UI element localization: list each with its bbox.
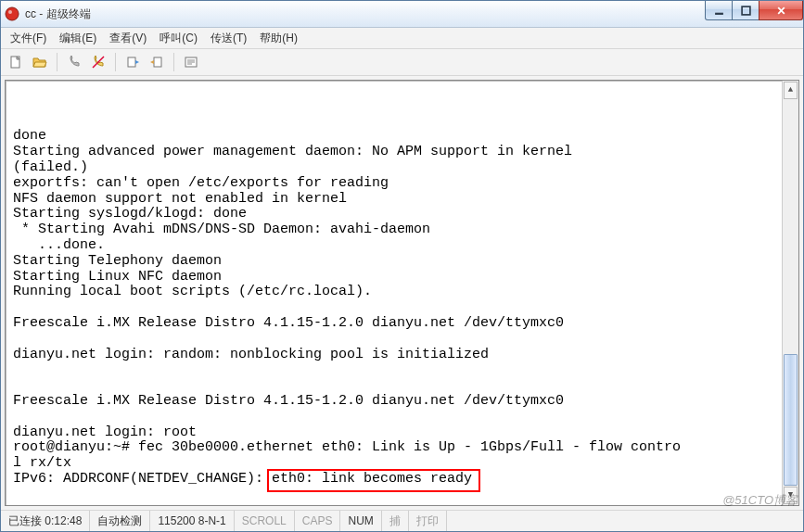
properties-icon[interactable]: [180, 51, 202, 73]
terminal-line: done: [13, 129, 795, 145]
svg-rect-2: [715, 12, 723, 14]
svg-marker-12: [135, 60, 139, 64]
terminal-line: Starting advanced power management daemo…: [13, 145, 795, 160]
status-serial: 115200 8-N-1: [150, 511, 234, 531]
status-capture: 捕: [382, 511, 409, 531]
terminal-line: IPv6: ADDRCONF(NETDEV_CHANGE): eth0: lin…: [13, 472, 795, 488]
toolbar-separator: [173, 53, 174, 71]
toolbar-separator: [57, 53, 57, 71]
highlighted-text: eth0: link becomes ready: [272, 471, 472, 487]
svg-rect-11: [128, 57, 135, 67]
receive-file-icon[interactable]: [146, 51, 168, 73]
terminal-line: dianyu.net login: root: [13, 425, 795, 441]
statusbar: 已连接 0:12:48 自动检测 115200 8-N-1 SCROLL CAP…: [1, 510, 803, 531]
terminal-line: [13, 332, 795, 348]
toolbar: [1, 49, 803, 76]
new-file-icon[interactable]: [5, 51, 27, 73]
terminal-line: [13, 300, 795, 316]
terminal-line: ...done.: [13, 238, 795, 254]
phone-connect-icon[interactable]: [63, 51, 85, 73]
terminal-line: root@dianyu:~# fec 30be0000.ethernet eth…: [13, 440, 795, 456]
terminal-line: * Starting Avahi mDNS/DNS-SD Daemon: ava…: [13, 222, 795, 238]
window-controls: [706, 1, 803, 19]
menubar: 文件(F) 编辑(E) 查看(V) 呼叫(C) 传送(T) 帮助(H): [1, 28, 803, 49]
terminal-line: exportfs: can't open /etc/exports for re…: [13, 176, 795, 192]
terminal-output[interactable]: doneStarting advanced power management d…: [5, 80, 799, 506]
status-num: NUM: [340, 511, 381, 531]
terminal-line: Freescale i.MX Release Distro 4.1.15-1.2…: [13, 394, 795, 410]
terminal-area: doneStarting advanced power management d…: [1, 76, 803, 510]
menu-help[interactable]: 帮助(H): [254, 29, 303, 48]
hyperterminal-window: cc - 超级终端 文件(F) 编辑(E) 查看(V) 呼叫(C) 传送(T) …: [0, 0, 804, 532]
status-connected: 已连接 0:12:48: [1, 511, 90, 531]
menu-file[interactable]: 文件(F): [5, 29, 52, 48]
app-icon: [5, 6, 19, 21]
terminal-line: Starting syslogd/klogd: done: [13, 207, 795, 222]
menu-edit[interactable]: 编辑(E): [54, 29, 102, 48]
window-title: cc - 超级终端: [23, 6, 706, 22]
scroll-down-icon[interactable]: ▼: [784, 487, 798, 504]
terminal-line: Freescale i.MX Release Distro 4.1.15-1.2…: [13, 316, 795, 332]
terminal-line: l rx/tx: [13, 456, 795, 472]
scroll-thumb[interactable]: [784, 354, 798, 486]
menu-call[interactable]: 呼叫(C): [154, 29, 203, 48]
svg-rect-3: [742, 6, 750, 15]
svg-marker-9: [33, 62, 46, 67]
open-folder-icon[interactable]: [29, 51, 51, 73]
terminal-line: Starting Telephony daemon: [13, 254, 795, 270]
scroll-up-icon[interactable]: ▲: [784, 82, 798, 99]
titlebar[interactable]: cc - 超级终端: [1, 1, 803, 28]
svg-point-0: [6, 7, 19, 20]
scroll-track[interactable]: [783, 100, 798, 486]
svg-point-1: [8, 10, 12, 14]
terminal-line: Running local boot scripts (/etc/rc.loca…: [13, 285, 795, 300]
status-auto: 自动检测: [90, 511, 150, 531]
send-file-icon[interactable]: [121, 51, 144, 73]
maximize-button[interactable]: [732, 1, 759, 20]
toolbar-separator: [115, 53, 116, 71]
terminal-line: [13, 362, 795, 378]
menu-transfer[interactable]: 传送(T): [205, 29, 252, 48]
svg-marker-14: [150, 60, 154, 64]
menu-view[interactable]: 查看(V): [104, 29, 152, 48]
terminal-line: Starting Linux NFC daemon: [13, 270, 795, 285]
status-print: 打印: [409, 511, 447, 531]
terminal-line: [13, 378, 795, 394]
terminal-line: dianyu.net login: random: nonblocking po…: [13, 348, 795, 363]
terminal-line: NFS daemon support not enabled in kernel: [13, 192, 795, 208]
close-button[interactable]: [759, 1, 803, 20]
terminal-line: [13, 410, 795, 425]
minimize-button[interactable]: [705, 1, 733, 20]
scrollbar[interactable]: ▲ ▼: [782, 81, 798, 505]
terminal-line: (failed.): [13, 160, 795, 176]
status-scroll: SCROLL: [235, 511, 295, 531]
svg-rect-13: [154, 57, 161, 67]
phone-disconnect-icon[interactable]: [87, 51, 109, 73]
status-caps: CAPS: [295, 511, 341, 531]
status-spacer: [447, 511, 803, 531]
